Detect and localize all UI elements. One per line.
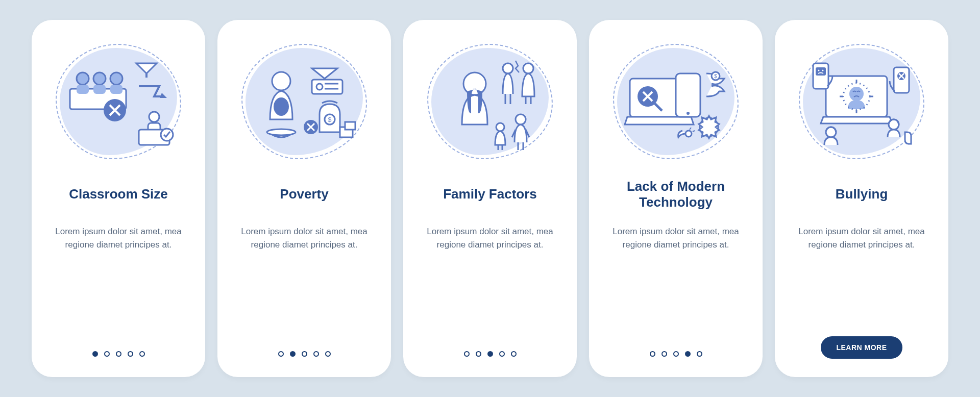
card-description: Lorem ipsum dolor sit amet, mea regione … [787,225,936,251]
dot-3[interactable] [673,351,679,357]
svg-text:$: $ [714,73,717,79]
svg-rect-43 [676,73,700,117]
card-title: Poverty [280,178,328,211]
card-title: Lack of Modern Technology [601,178,750,211]
dot-1[interactable] [650,351,655,357]
onboarding-card-classroom-size: Classroom Size Lorem ipsum dolor sit ame… [32,20,205,377]
svg-point-62 [822,70,824,71]
dot-5[interactable] [139,351,145,357]
svg-point-15 [267,129,296,135]
card-title: Bullying [836,178,888,211]
svg-rect-60 [816,67,826,76]
dot-3[interactable] [302,351,307,357]
svg-rect-8 [145,73,148,78]
svg-point-25 [463,72,486,95]
pagination-dots [650,351,702,357]
dot-2[interactable] [290,351,296,357]
svg-point-9 [149,112,159,122]
card-description: Lorem ipsum dolor sit amet, mea regione … [415,225,565,251]
svg-text:$: $ [328,116,332,123]
card-title: Family Factors [443,178,537,211]
dot-1[interactable] [278,351,284,357]
classroom-group-icon [47,35,190,168]
onboarding-card-bullying: Bullying Lorem ipsum dolor sit amet, mea… [775,20,948,377]
dot-2[interactable] [662,351,667,357]
svg-rect-6 [110,85,122,94]
svg-point-26 [503,63,513,73]
svg-point-61 [818,70,820,71]
svg-rect-24 [345,122,355,130]
dot-3[interactable] [487,351,493,357]
svg-point-3 [93,72,106,85]
learn-more-button[interactable]: LEARN MORE [821,336,902,359]
card-description: Lorem ipsum dolor sit amet, mea regione … [44,225,193,251]
onboarding-card-family-factors: Family Factors Lorem ipsum dolor sit ame… [403,20,577,377]
svg-point-37 [496,123,504,131]
dot-5[interactable] [325,351,331,357]
laptop-error-icon: $ [604,35,747,168]
dot-5[interactable] [511,351,517,357]
dot-4[interactable] [499,351,505,357]
svg-point-29 [523,63,533,73]
card-description: Lorem ipsum dolor sit amet, mea regione … [601,225,750,251]
card-description: Lorem ipsum dolor sit amet, mea regione … [230,225,379,251]
svg-point-44 [687,112,690,115]
svg-point-49 [685,131,692,137]
poverty-bowl-icon: $ [233,35,376,168]
family-stress-icon [419,35,561,168]
cyberbullying-icon [790,35,933,168]
pagination-dots [92,351,145,357]
svg-point-14 [274,97,289,116]
dot-5[interactable] [697,351,702,357]
svg-rect-59 [813,63,828,89]
svg-line-50 [690,128,691,130]
pagination-dots [278,351,331,357]
dot-3[interactable] [116,351,121,357]
svg-point-1 [77,72,89,85]
dot-1[interactable] [464,351,470,357]
onboarding-card-poverty: $ Poverty Lorem ipsum dolor sit amet, me… [217,20,391,377]
svg-point-53 [849,87,864,101]
dot-4[interactable] [128,351,133,357]
svg-rect-2 [77,85,89,94]
dot-2[interactable] [104,351,110,357]
dot-2[interactable] [476,351,481,357]
dot-1[interactable] [92,351,98,357]
dot-4[interactable] [685,351,691,357]
svg-point-5 [110,72,122,85]
svg-point-13 [272,72,290,90]
dot-4[interactable] [313,351,319,357]
svg-point-32 [516,114,526,125]
card-title: Classroom Size [69,178,168,211]
onboarding-card-technology: $ Lack of Modern Technology Lorem ipsum … [589,20,763,377]
svg-rect-4 [93,85,106,94]
pagination-dots [464,351,517,357]
svg-line-51 [693,131,695,132]
